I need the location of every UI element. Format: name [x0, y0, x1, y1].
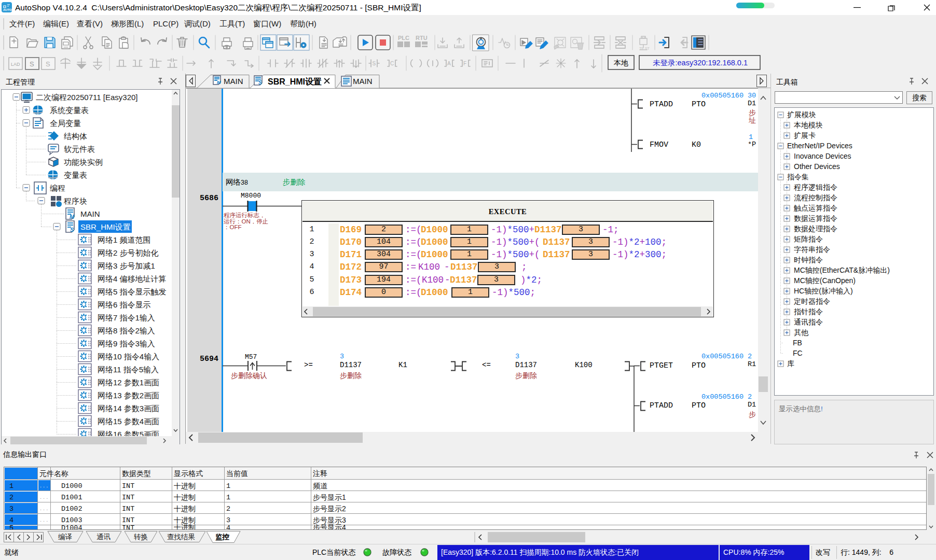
- svg-text:查找结果: 查找结果: [167, 533, 195, 541]
- svg-text:全局变量: 全局变量: [50, 119, 81, 128]
- svg-text:数据运算指令: 数据运算指令: [794, 214, 837, 222]
- svg-text:3: 3: [9, 505, 13, 513]
- svg-text:S: S: [70, 227, 74, 233]
- svg-text:MAIN: MAIN: [224, 77, 243, 86]
- svg-text:功能块实例: 功能块实例: [64, 158, 103, 166]
- svg-text:未登录:easy320:192.168.0.1: 未登录:easy320:192.168.0.1: [653, 59, 748, 67]
- svg-text:通讯指令: 通讯指令: [794, 318, 823, 326]
- svg-text:网络7 指令1输入: 网络7 指令1输入: [98, 313, 155, 322]
- svg-text:网络4 偏移地址计算: 网络4 偏移地址计算: [98, 274, 167, 283]
- svg-text:TE ST: TE ST: [639, 47, 650, 50]
- svg-text:1: 1: [226, 482, 230, 490]
- svg-text:EtherNet/IP Devices: EtherNet/IP Devices: [787, 142, 852, 150]
- svg-text:十进制: 十进制: [174, 505, 196, 513]
- svg-text:FB: FB: [793, 339, 802, 347]
- svg-text:十进制: 十进制: [174, 482, 196, 490]
- svg-text:网络13 参数2画面: 网络13 参数2画面: [98, 391, 159, 400]
- svg-text:D1004: D1004: [61, 524, 82, 530]
- svg-text:网络5 指令显示触发: 网络5 指令显示触发: [98, 287, 167, 296]
- svg-text:步号显示4: 步号显示4: [313, 523, 346, 530]
- svg-text:定时器指令: 定时器指令: [794, 297, 830, 305]
- svg-text:S: S: [373, 61, 376, 66]
- svg-text:D1001: D1001: [61, 494, 82, 501]
- svg-text:MC轴控(EtherCAT&脉冲输出): MC轴控(EtherCAT&脉冲输出): [794, 266, 890, 274]
- svg-text:注释: 注释: [313, 469, 327, 478]
- svg-text:INT: INT: [122, 524, 134, 530]
- svg-text:时钟指令: 时钟指令: [794, 256, 823, 264]
- svg-text:转换: 转换: [134, 533, 148, 541]
- svg-text:SBR_HMI设置: SBR_HMI设置: [268, 77, 322, 86]
- svg-text:PLC: PLC: [398, 35, 409, 41]
- svg-text:步号显示1: 步号显示1: [313, 493, 346, 501]
- svg-text:监控: 监控: [215, 533, 230, 541]
- svg-text:Other Devices: Other Devices: [794, 162, 840, 171]
- svg-text:十进制: 十进制: [174, 493, 196, 501]
- svg-text:S: S: [46, 60, 50, 68]
- svg-text:网络15 参数4画面: 网络15 参数4画面: [98, 417, 159, 426]
- svg-text:S: S: [30, 60, 34, 68]
- svg-text:. . .: . . .: [40, 505, 48, 511]
- svg-text:D1000: D1000: [61, 482, 82, 490]
- svg-text:4: 4: [9, 516, 13, 524]
- svg-text:Inovance Devices: Inovance Devices: [794, 152, 851, 160]
- svg-text:F: F: [463, 61, 466, 66]
- svg-text:1: 1: [9, 482, 13, 490]
- svg-text:HC轴控(脉冲输入): HC轴控(脉冲输入): [794, 287, 853, 295]
- svg-text:通讯: 通讯: [97, 533, 111, 541]
- svg-text:变量表: 变量表: [64, 171, 87, 179]
- svg-text:. . .: . . .: [40, 494, 48, 500]
- svg-text:数据处理指令: 数据处理指令: [794, 225, 837, 233]
- svg-text:网络2 步号初始化: 网络2 步号初始化: [98, 248, 159, 257]
- svg-text:FC: FC: [793, 349, 803, 357]
- svg-text:MC轴控(CanOpen): MC轴控(CanOpen): [794, 276, 856, 285]
- svg-text:十进制: 十进制: [174, 523, 196, 530]
- svg-text:编译: 编译: [58, 533, 72, 541]
- svg-text:其他: 其他: [794, 328, 809, 337]
- svg-text:本地模块: 本地模块: [793, 121, 823, 129]
- svg-text:网络10 指令4输入: 网络10 指令4输入: [98, 352, 159, 361]
- svg-text:1: 1: [226, 494, 230, 501]
- svg-text:结构体: 结构体: [64, 132, 87, 141]
- svg-text:指令集: 指令集: [787, 173, 809, 181]
- svg-text:当前值: 当前值: [226, 469, 248, 478]
- svg-text:扩展卡: 扩展卡: [794, 131, 816, 139]
- svg-text:AUTO: AUTO: [3, 8, 12, 11]
- svg-text:指针指令: 指针指令: [794, 307, 823, 316]
- svg-text:D1002: D1002: [61, 505, 82, 513]
- svg-text:库: 库: [787, 359, 794, 368]
- svg-text:编程: 编程: [50, 184, 65, 192]
- svg-text:矩阵指令: 矩阵指令: [794, 235, 823, 243]
- svg-text:MAIN: MAIN: [80, 209, 100, 218]
- svg-text:步号显示2: 步号显示2: [313, 505, 346, 513]
- svg-text:网络6 指令显示: 网络6 指令显示: [98, 300, 151, 309]
- svg-text:S: S: [258, 80, 262, 86]
- svg-text:数据类型: 数据类型: [122, 469, 151, 478]
- svg-text:LAD: LAD: [11, 62, 20, 67]
- svg-text:2: 2: [9, 494, 13, 501]
- svg-text:INT: INT: [122, 482, 134, 490]
- svg-text:网络1 频道范围: 网络1 频道范围: [98, 235, 151, 244]
- svg-text:扩展模块: 扩展模块: [787, 110, 816, 119]
- svg-text:INT: INT: [122, 516, 134, 524]
- svg-text:软元件表: 软元件表: [64, 145, 95, 153]
- svg-text:网络8 指令2输入: 网络8 指令2输入: [98, 326, 155, 335]
- svg-text:网络9 指令3输入: 网络9 指令3输入: [98, 339, 155, 348]
- svg-text:系统变量表: 系统变量表: [50, 106, 89, 115]
- svg-text:D1003: D1003: [61, 516, 82, 524]
- svg-text:RTU: RTU: [416, 35, 428, 41]
- svg-text:网络11 指令5输入: 网络11 指令5输入: [98, 365, 159, 374]
- svg-text:显示格式: 显示格式: [174, 469, 203, 478]
- svg-text:3: 3: [226, 516, 230, 524]
- svg-text:M: M: [70, 214, 75, 220]
- svg-text:M: M: [217, 80, 221, 85]
- svg-text:字符串指令: 字符串指令: [794, 245, 830, 254]
- svg-text:. . .: . . .: [40, 516, 48, 523]
- svg-text:MAIN: MAIN: [353, 77, 373, 86]
- svg-text:INT: INT: [122, 494, 134, 501]
- svg-text:频道: 频道: [313, 482, 327, 490]
- svg-text:网络3 步号加减1: 网络3 步号加减1: [98, 261, 155, 270]
- svg-text:二次编程20250711 [Easy320]: 二次编程20250711 [Easy320]: [36, 93, 138, 102]
- svg-text:C: C: [390, 61, 394, 66]
- svg-text:. . .: . . .: [40, 482, 48, 488]
- svg-text:INT: INT: [122, 505, 134, 513]
